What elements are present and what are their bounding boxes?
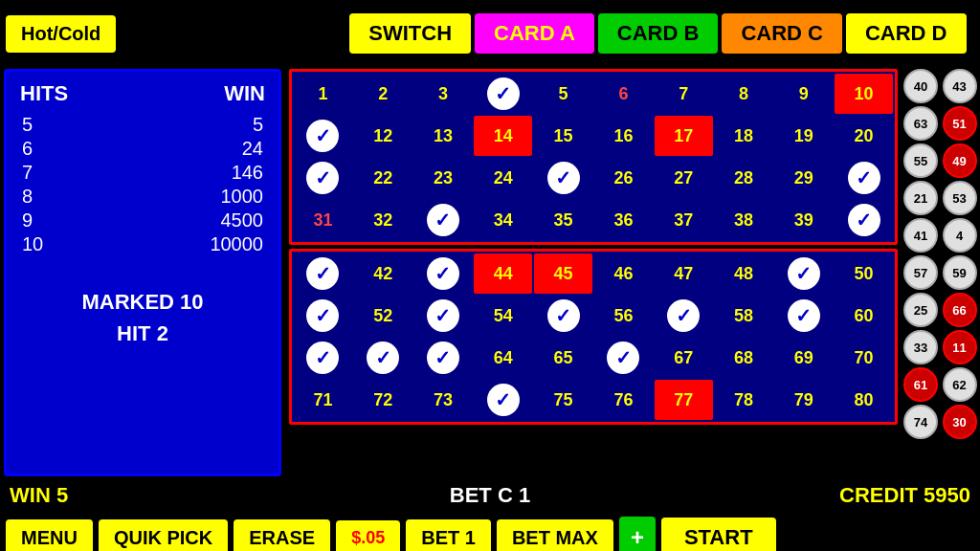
- ball-25[interactable]: 25: [903, 293, 938, 327]
- num-11[interactable]: ✓: [294, 116, 352, 156]
- num-63[interactable]: ✓: [414, 338, 473, 378]
- num-18[interactable]: 18: [715, 116, 773, 156]
- ball-53[interactable]: 53: [943, 181, 977, 215]
- ball-21[interactable]: 21: [903, 181, 938, 215]
- num-77[interactable]: 77: [655, 380, 713, 420]
- num-29[interactable]: 29: [774, 158, 833, 198]
- tab-card-d[interactable]: CARD D: [846, 13, 967, 54]
- num-16[interactable]: 16: [594, 116, 653, 156]
- num-79[interactable]: 79: [774, 380, 833, 420]
- ball-59[interactable]: 59: [943, 255, 977, 290]
- num-57[interactable]: ✓: [655, 296, 713, 336]
- num-7[interactable]: 7: [655, 74, 713, 114]
- plus-button[interactable]: +: [619, 517, 656, 551]
- num-8[interactable]: 8: [715, 74, 773, 114]
- bet-max-button[interactable]: BET MAX: [497, 519, 613, 552]
- quik-pick-button[interactable]: QUIK PICK: [99, 519, 228, 552]
- ball-57[interactable]: 57: [903, 255, 938, 290]
- ball-62[interactable]: 62: [943, 367, 977, 402]
- ball-63[interactable]: 63: [903, 106, 938, 141]
- ball-41[interactable]: 41: [903, 218, 938, 253]
- num-69[interactable]: 69: [774, 338, 833, 378]
- ball-40[interactable]: 40: [903, 69, 938, 103]
- ball-51[interactable]: 51: [943, 106, 977, 141]
- num-21[interactable]: ✓: [294, 158, 352, 198]
- num-12[interactable]: 12: [354, 116, 412, 156]
- num-23[interactable]: 23: [414, 158, 473, 198]
- num-9[interactable]: 9: [774, 74, 833, 114]
- num-14[interactable]: 14: [474, 116, 532, 156]
- tab-card-a[interactable]: CARD A: [475, 13, 594, 54]
- ball-30[interactable]: 30: [943, 405, 977, 439]
- tab-card-c[interactable]: CARD C: [722, 13, 842, 54]
- num-50[interactable]: 50: [835, 253, 893, 294]
- num-43[interactable]: ✓: [414, 253, 473, 294]
- num-78[interactable]: 78: [715, 380, 773, 420]
- tab-card-b[interactable]: CARD B: [598, 13, 719, 54]
- num-27[interactable]: 27: [655, 158, 713, 198]
- num-26[interactable]: 26: [594, 158, 653, 198]
- num-17[interactable]: 17: [655, 116, 713, 156]
- num-20[interactable]: 20: [835, 116, 893, 156]
- num-40[interactable]: ✓: [835, 200, 893, 240]
- erase-button[interactable]: ERASE: [234, 519, 330, 552]
- num-64[interactable]: 64: [474, 338, 532, 378]
- num-33[interactable]: ✓: [414, 200, 473, 240]
- menu-button[interactable]: MENU: [6, 519, 93, 552]
- num-1[interactable]: 1: [294, 74, 352, 114]
- num-61[interactable]: ✓: [294, 338, 352, 378]
- num-36[interactable]: 36: [594, 200, 653, 240]
- num-3[interactable]: 3: [414, 74, 473, 114]
- bet1-button[interactable]: BET 1: [406, 519, 491, 552]
- num-34[interactable]: 34: [474, 200, 532, 240]
- num-73[interactable]: 73: [414, 380, 473, 420]
- num-41[interactable]: ✓: [294, 253, 352, 294]
- num-52[interactable]: 52: [354, 296, 412, 336]
- num-6[interactable]: 6: [594, 74, 653, 114]
- num-25[interactable]: ✓: [534, 158, 592, 198]
- ball-66[interactable]: 66: [943, 293, 977, 327]
- num-66[interactable]: ✓: [594, 338, 653, 378]
- num-10[interactable]: 10: [835, 74, 893, 114]
- hot-cold-button[interactable]: Hot/Cold: [6, 15, 116, 53]
- num-44[interactable]: 44: [474, 253, 532, 294]
- start-button[interactable]: START: [661, 518, 776, 551]
- ball-4[interactable]: 4: [943, 218, 977, 253]
- num-35[interactable]: 35: [534, 200, 592, 240]
- num-19[interactable]: 19: [774, 116, 833, 156]
- num-28[interactable]: 28: [715, 158, 773, 198]
- num-75[interactable]: 75: [534, 380, 592, 420]
- num-59[interactable]: ✓: [774, 296, 833, 336]
- tab-switch[interactable]: SWITCH: [349, 13, 471, 54]
- num-65[interactable]: 65: [534, 338, 592, 378]
- num-74[interactable]: ✓: [474, 380, 532, 420]
- num-30[interactable]: ✓: [835, 158, 893, 198]
- num-4[interactable]: ✓: [474, 74, 532, 114]
- num-47[interactable]: 47: [655, 253, 713, 294]
- num-45[interactable]: 45: [534, 253, 592, 294]
- num-38[interactable]: 38: [715, 200, 773, 240]
- num-13[interactable]: 13: [414, 116, 473, 156]
- num-2[interactable]: 2: [354, 74, 412, 114]
- num-58[interactable]: 58: [715, 296, 773, 336]
- num-32[interactable]: 32: [354, 200, 412, 240]
- num-22[interactable]: 22: [354, 158, 412, 198]
- num-55[interactable]: ✓: [534, 296, 592, 336]
- num-31[interactable]: 31: [294, 200, 352, 240]
- ball-74[interactable]: 74: [903, 405, 938, 439]
- dollar-button[interactable]: $.05: [336, 520, 400, 552]
- num-49[interactable]: ✓: [774, 253, 833, 294]
- num-46[interactable]: 46: [594, 253, 653, 294]
- num-76[interactable]: 76: [594, 380, 653, 420]
- num-68[interactable]: 68: [715, 338, 773, 378]
- num-67[interactable]: 67: [655, 338, 713, 378]
- num-24[interactable]: 24: [474, 158, 532, 198]
- ball-11[interactable]: 11: [943, 330, 977, 364]
- ball-49[interactable]: 49: [943, 143, 977, 178]
- num-53[interactable]: ✓: [414, 296, 473, 336]
- num-51[interactable]: ✓: [294, 296, 352, 336]
- num-54[interactable]: 54: [474, 296, 532, 336]
- num-72[interactable]: 72: [354, 380, 412, 420]
- num-62[interactable]: ✓: [354, 338, 412, 378]
- num-15[interactable]: 15: [534, 116, 592, 156]
